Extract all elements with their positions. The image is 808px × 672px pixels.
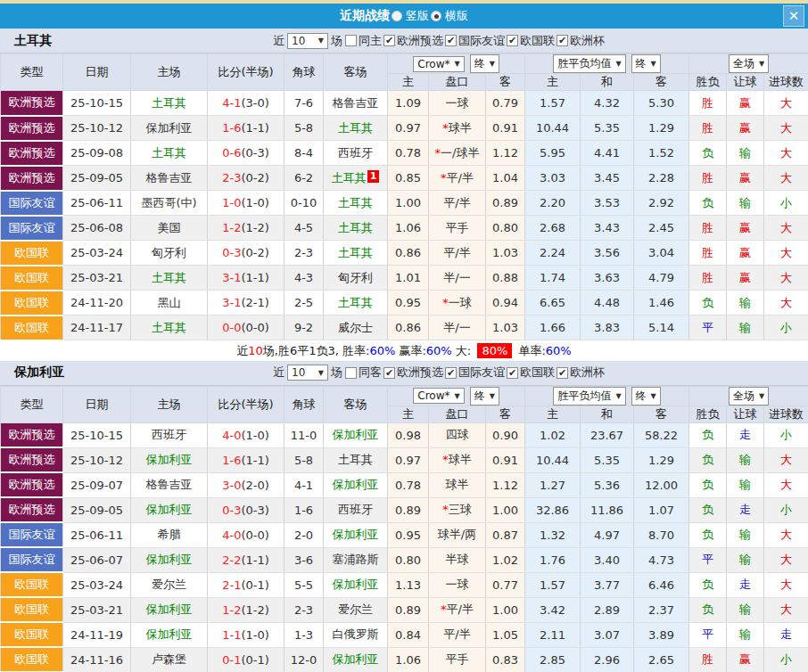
odds-home: 0.95 — [388, 522, 429, 547]
filter-checkbox-item[interactable]: ✔欧国联 — [507, 33, 555, 49]
odds-away: 0.91 — [486, 447, 525, 472]
mean-draw-odds: 3.07 — [581, 622, 634, 647]
scope-value: 全场 — [733, 56, 754, 71]
goals-outcome: 大 — [764, 447, 808, 472]
scope-select[interactable]: 全场 ▼ — [729, 387, 769, 406]
checkbox-checked-icon[interactable]: ✔ — [445, 35, 457, 46]
mean-away-odds: 4.73 — [634, 547, 689, 572]
close-button[interactable]: ✕ — [783, 5, 804, 27]
away-team: 保加利亚 — [324, 572, 388, 597]
col-header-home: 主场 — [131, 54, 208, 91]
match-type-badge: 欧洲预选 — [1, 447, 63, 472]
checkbox-checked-icon[interactable]: ✔ — [557, 35, 568, 46]
handicap-outcome: 输 — [727, 291, 764, 316]
checkbox-unchecked-icon[interactable] — [345, 367, 357, 379]
radio-icon-horizontal[interactable] — [431, 11, 441, 21]
match-date: 25-09-07 — [63, 472, 131, 497]
sub-header-mean-away: 客 — [634, 406, 689, 422]
odds-away: 0.89 — [486, 191, 525, 216]
chevron-down-icon: ▼ — [490, 60, 495, 68]
chevron-down-icon: ▼ — [454, 392, 459, 400]
odds-source-select[interactable]: Crow* ▼ — [413, 388, 464, 404]
outcome: 负 — [689, 141, 727, 166]
summary-segment: 场,胜6平1负3, 胜率: — [263, 343, 370, 359]
mean-draw-odds: 3.45 — [581, 166, 634, 191]
section-bulgaria: 保加利亚 近 10 ▼ 场 同客✔欧洲预选✔国际友谊✔欧国联✔欧洲杯 类型 日期… — [0, 361, 808, 672]
recent-count-select[interactable]: 10 ▼ — [287, 365, 328, 381]
fulltime-score: 1-0 — [222, 196, 241, 209]
checkbox-checked-icon[interactable]: ✔ — [383, 35, 395, 46]
filter-checkbox-item[interactable]: ✔欧洲杯 — [557, 365, 605, 381]
odds-source-select[interactable]: Crow* ▼ — [413, 56, 464, 72]
outcome: 负 — [689, 522, 727, 547]
filter-checkbox-item[interactable]: ✔欧洲预选 — [383, 33, 443, 49]
halftime-score: (0-1) — [241, 578, 268, 592]
handicap-outcome: 走 — [727, 422, 764, 447]
mean-odds-header: 胜平负均值 ▼ 终 ▼ — [525, 54, 689, 74]
filter-label: 欧洲杯 — [570, 33, 605, 49]
away-team: 保加利亚 — [324, 472, 388, 497]
halftime-score: (0-3) — [241, 146, 268, 160]
odds-home: 1.09 — [388, 91, 429, 116]
radio-icon-vertical[interactable] — [392, 11, 402, 21]
checkbox-unchecked-icon[interactable] — [345, 35, 357, 46]
fulltime-score: 3-0 — [222, 479, 241, 492]
odds-state-select[interactable]: 终 ▼ — [470, 54, 499, 73]
halftime-score: (0-1) — [241, 653, 268, 667]
col-header-corner: 角球 — [284, 386, 324, 422]
filter-checkbox-item[interactable]: 同主 — [345, 33, 382, 49]
mean-away-odds: 1.29 — [634, 447, 689, 472]
filter-checkbox-item[interactable]: ✔欧洲预选 — [383, 365, 443, 381]
mean-odds-select[interactable]: 胜平负均值 ▼ — [553, 54, 625, 73]
match-type-badge: 欧洲预选 — [1, 166, 63, 191]
summary-segment: 赢率: — [395, 343, 426, 359]
home-team: 土耳其 — [131, 141, 208, 166]
home-team: 格鲁吉亚 — [131, 166, 208, 191]
halftime-score: (3-0) — [241, 96, 268, 110]
mean-draw-odds: 2.96 — [581, 647, 634, 672]
match-date: 24-11-17 — [63, 316, 131, 340]
filter-checkbox-item[interactable]: 同客 — [345, 365, 382, 381]
checkbox-checked-icon[interactable]: ✔ — [445, 367, 457, 379]
corners: 8-4 — [284, 141, 324, 166]
filter-checkbox-item[interactable]: ✔国际友谊 — [445, 33, 505, 49]
layout-radio-vertical[interactable]: 竖版 — [392, 8, 429, 24]
mean-state-select[interactable]: 终 ▼ — [631, 54, 661, 73]
halftime-score: (2-0) — [241, 479, 268, 492]
odds-state-select[interactable]: 终 ▼ — [470, 387, 499, 406]
checkbox-checked-icon[interactable]: ✔ — [507, 367, 518, 379]
score-cell: 0-6(0-3) — [208, 141, 284, 166]
scope-select[interactable]: 全场 ▼ — [729, 54, 769, 73]
handicap: 平/半 — [429, 191, 486, 216]
away-team: 格鲁吉亚 — [324, 91, 388, 116]
sub-header-outcome: 胜负 — [689, 74, 727, 91]
odds-home: 0.78 — [388, 472, 429, 497]
chevron-down-icon: ▼ — [490, 392, 495, 400]
mean-odds-select[interactable]: 胜平负均值 ▼ — [553, 387, 625, 406]
mean-state-select[interactable]: 终 ▼ — [631, 387, 661, 406]
checkbox-checked-icon[interactable]: ✔ — [557, 367, 568, 379]
chevron-down-icon: ▼ — [759, 60, 764, 68]
recent-count-value: 10 — [292, 366, 305, 379]
filter-label: 欧洲预选 — [397, 365, 443, 381]
mean-draw-odds: 2.89 — [581, 597, 634, 622]
handicap-outcome: 输 — [727, 472, 764, 497]
filter-checkbox-item[interactable]: ✔国际友谊 — [445, 365, 505, 381]
layout-radio-horizontal[interactable]: 横版 — [431, 8, 468, 24]
score-cell: 0-0(0-0) — [208, 316, 284, 340]
home-team: 希腊 — [131, 522, 208, 547]
filter-checkbox-item[interactable]: ✔欧国联 — [507, 365, 555, 381]
filter-label: 欧国联 — [520, 365, 555, 381]
score-cell: 2-1(0-1) — [208, 572, 284, 597]
scope-value: 全场 — [733, 389, 754, 404]
radio-label-horizontal: 横版 — [445, 8, 468, 24]
goals-outcome: 大 — [764, 291, 808, 316]
summary-segment: 10 — [248, 344, 263, 357]
mean-home-odds: 2.85 — [525, 647, 581, 672]
checkbox-checked-icon[interactable]: ✔ — [383, 367, 395, 379]
recent-count-select[interactable]: 10 ▼ — [287, 33, 328, 49]
filter-checkbox-item[interactable]: ✔欧洲杯 — [557, 33, 605, 49]
goals-outcome: 小 — [764, 191, 808, 216]
mean-draw-odds: 23.67 — [581, 422, 634, 447]
checkbox-checked-icon[interactable]: ✔ — [507, 35, 518, 46]
